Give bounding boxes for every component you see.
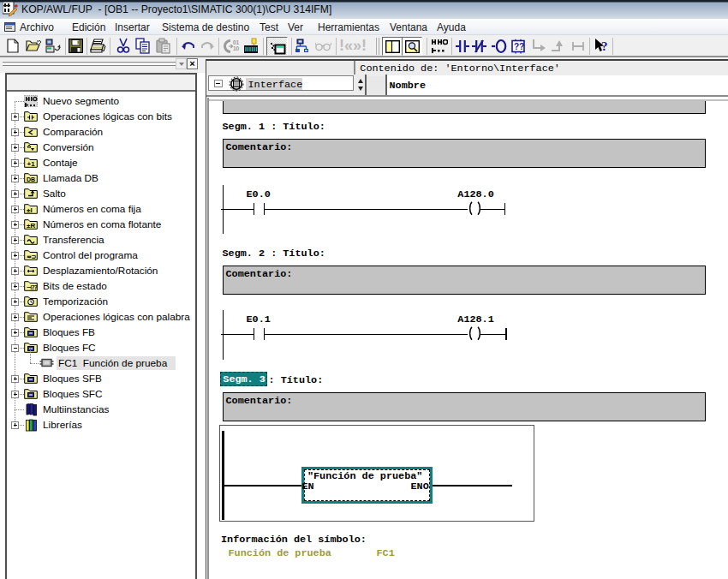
svg-text:±R: ±R: [27, 222, 35, 230]
svg-text:10: 10: [233, 45, 240, 51]
svg-text:?: ?: [601, 39, 608, 53]
svg-text:01: 01: [233, 39, 240, 45]
svg-text:⊣⁇: ⊣⁇: [27, 284, 38, 290]
svg-text:≂⊃: ≂⊃: [27, 254, 37, 260]
svg-text:+1: +1: [27, 160, 36, 168]
svg-text:??: ??: [514, 42, 524, 51]
svg-text:DB: DB: [27, 176, 35, 182]
svg-text:±I: ±I: [27, 206, 33, 214]
